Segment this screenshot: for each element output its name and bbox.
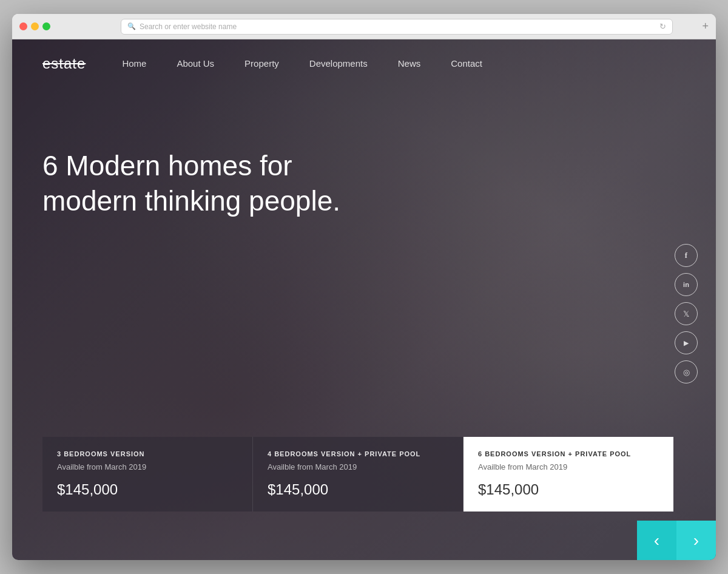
card-1-available: Availble from March 2019 <box>57 462 238 471</box>
nav-links: Home About Us Property Developments News… <box>122 58 482 69</box>
nav-item-contact[interactable]: Contact <box>451 58 482 69</box>
property-card-3[interactable]: 6 BEDROOMS VERSION + PRIVATE POOL Availb… <box>463 437 673 512</box>
facebook-icon[interactable]: f <box>675 244 698 267</box>
navbar: estate Home About Us Property Developmen… <box>12 39 716 88</box>
new-tab-button[interactable]: + <box>702 20 709 33</box>
property-cards: 3 BEDROOMS VERSION Availble from March 2… <box>42 437 673 512</box>
card-3-price: $145,000 <box>478 481 659 498</box>
hero-content: 6 Modern homes for modern thinking peopl… <box>12 88 716 231</box>
youtube-icon[interactable]: ▶ <box>675 331 698 354</box>
prev-arrow[interactable]: ‹ <box>637 521 676 560</box>
nav-item-about[interactable]: About Us <box>177 58 214 69</box>
nav-item-property[interactable]: Property <box>244 58 279 69</box>
maximize-button[interactable] <box>42 22 50 30</box>
browser-window: 🔍 Search or enter website name ↻ + estat… <box>12 14 716 560</box>
card-3-version: 6 BEDROOMS VERSION + PRIVATE POOL <box>478 450 659 458</box>
instagram-icon[interactable]: ◎ <box>675 360 698 383</box>
card-2-available: Availble from March 2019 <box>268 462 448 471</box>
nav-item-news[interactable]: News <box>398 58 421 69</box>
traffic-lights <box>19 22 50 30</box>
next-arrow[interactable]: › <box>676 521 716 560</box>
reload-icon[interactable]: ↻ <box>659 22 666 31</box>
nav-item-home[interactable]: Home <box>122 58 146 69</box>
close-button[interactable] <box>19 22 27 30</box>
card-1-price: $145,000 <box>57 481 238 498</box>
nav-arrows: ‹ › <box>637 521 716 560</box>
minimize-button[interactable] <box>31 22 39 30</box>
hero-title: 6 Modern homes for modern thinking peopl… <box>42 149 358 218</box>
browser-chrome: 🔍 Search or enter website name ↻ + <box>12 14 716 39</box>
card-2-version: 4 BEDROOMS VERSION + PRIVATE POOL <box>268 450 448 458</box>
website: estate Home About Us Property Developmen… <box>12 39 716 560</box>
nav-item-developments[interactable]: Developments <box>309 58 368 69</box>
twitter-icon[interactable]: 𝕏 <box>675 302 698 325</box>
url-bar[interactable]: 🔍 Search or enter website name ↻ <box>121 19 673 35</box>
card-1-version: 3 BEDROOMS VERSION <box>57 450 238 458</box>
logo[interactable]: estate <box>42 55 86 72</box>
social-icons: f in 𝕏 ▶ ◎ <box>675 244 698 383</box>
search-icon: 🔍 <box>127 22 136 30</box>
card-3-available: Availble from March 2019 <box>478 462 659 471</box>
card-2-price: $145,000 <box>268 481 448 498</box>
linkedin-icon[interactable]: in <box>675 273 698 296</box>
property-card-2[interactable]: 4 BEDROOMS VERSION + PRIVATE POOL Availb… <box>253 437 463 512</box>
property-card-1[interactable]: 3 BEDROOMS VERSION Availble from March 2… <box>42 437 253 512</box>
url-placeholder: Search or enter website name <box>140 22 237 31</box>
